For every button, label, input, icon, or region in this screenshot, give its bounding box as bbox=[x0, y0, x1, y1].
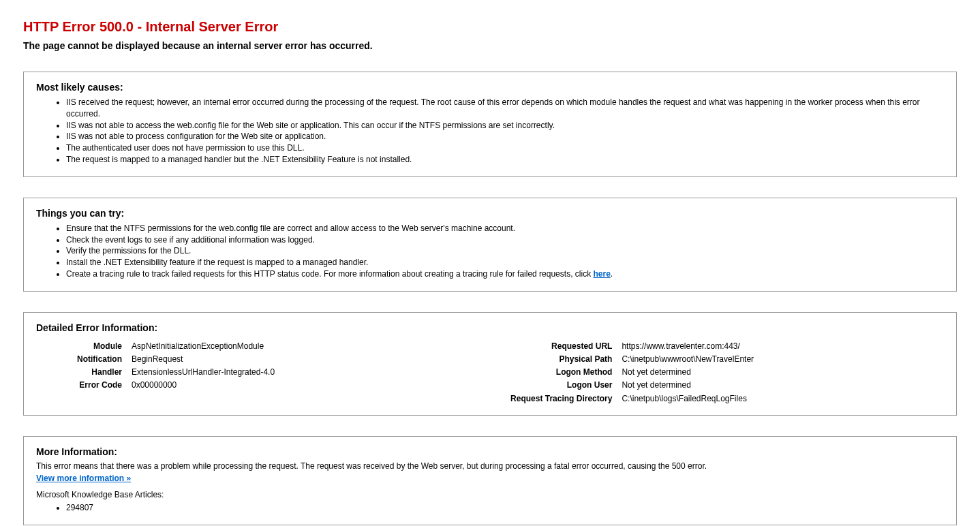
detail-row: Notification BeginRequest bbox=[36, 353, 417, 366]
tries-heading: Things you can try: bbox=[36, 208, 944, 219]
kb-list: 294807 bbox=[36, 502, 944, 514]
causes-section: Most likely causes: IIS received the req… bbox=[23, 72, 957, 177]
kb-heading: Microsoft Knowledge Base Articles: bbox=[36, 490, 944, 499]
detail-row: Requested URL https://www.travelenter.co… bbox=[417, 340, 944, 353]
list-item: The request is mapped to a managed handl… bbox=[66, 154, 944, 166]
list-item: Install the .NET Extensibility feature i… bbox=[66, 257, 944, 268]
causes-heading: Most likely causes: bbox=[36, 82, 944, 93]
moreinfo-heading: More Information: bbox=[36, 446, 944, 457]
detail-row: Handler ExtensionlessUrlHandler-Integrat… bbox=[36, 366, 417, 379]
detail-label: Notification bbox=[36, 353, 132, 366]
view-more-info-link[interactable]: View more information » bbox=[36, 474, 131, 483]
detail-value: BeginRequest bbox=[132, 353, 417, 366]
detail-label: Physical Path bbox=[417, 353, 622, 366]
detail-label: Handler bbox=[36, 366, 132, 379]
list-item: Verify the permissions for the DLL. bbox=[66, 245, 944, 257]
list-item: Ensure that the NTFS permissions for the… bbox=[66, 223, 944, 234]
error-title: HTTP Error 500.0 - Internal Server Error bbox=[23, 19, 957, 35]
error-subtitle: The page cannot be displayed because an … bbox=[23, 40, 957, 51]
detail-value: C:\inetpub\logs\FailedReqLogFiles bbox=[622, 392, 944, 405]
detail-value: ExtensionlessUrlHandler-Integrated-4.0 bbox=[132, 366, 417, 379]
list-item: Check the event logs to see if any addit… bbox=[66, 234, 944, 246]
tries-last-suffix: . bbox=[611, 269, 613, 279]
list-item: The authenticated user does not have per… bbox=[66, 142, 944, 154]
detail-label: Logon User bbox=[417, 379, 622, 392]
moreinfo-section: More Information: This error means that … bbox=[23, 436, 957, 525]
detail-value: AspNetInitializationExceptionModule bbox=[132, 340, 417, 353]
detail-value: Not yet determined bbox=[622, 366, 944, 379]
detail-label: Module bbox=[36, 340, 132, 353]
detail-value: https://www.travelenter.com:443/ bbox=[622, 340, 944, 353]
list-item: 294807 bbox=[66, 502, 944, 514]
detail-row: Module AspNetInitializationExceptionModu… bbox=[36, 340, 417, 353]
detail-label: Logon Method bbox=[417, 366, 622, 379]
detail-label: Request Tracing Directory bbox=[417, 392, 622, 405]
detail-row: Request Tracing Directory C:\inetpub\log… bbox=[417, 392, 944, 405]
tries-last-prefix: Create a tracing rule to track failed re… bbox=[66, 269, 593, 279]
detail-label: Error Code bbox=[36, 379, 132, 392]
list-item: Create a tracing rule to track failed re… bbox=[66, 268, 944, 280]
list-item: IIS received the request; however, an in… bbox=[66, 97, 944, 120]
tries-list: Ensure that the NTFS permissions for the… bbox=[36, 223, 944, 280]
details-heading: Detailed Error Information: bbox=[36, 322, 944, 333]
tries-section: Things you can try: Ensure that the NTFS… bbox=[23, 198, 957, 292]
moreinfo-text: This error means that there was a proble… bbox=[36, 461, 944, 471]
here-link[interactable]: here bbox=[593, 269, 610, 279]
detail-label: Requested URL bbox=[417, 340, 622, 353]
detail-row: Error Code 0x00000000 bbox=[36, 379, 417, 392]
list-item: IIS was not able to process configuratio… bbox=[66, 131, 944, 142]
detail-row: Physical Path C:\inetpub\wwwroot\NewTrav… bbox=[417, 353, 944, 366]
detail-row: Logon User Not yet determined bbox=[417, 379, 944, 392]
list-item: IIS was not able to access the web.confi… bbox=[66, 120, 944, 132]
detail-value: 0x00000000 bbox=[132, 379, 417, 392]
detail-value: C:\inetpub\wwwroot\NewTravelEnter bbox=[622, 353, 944, 366]
detail-value: Not yet determined bbox=[622, 379, 944, 392]
detail-row: Logon Method Not yet determined bbox=[417, 366, 944, 379]
details-section: Detailed Error Information: Module AspNe… bbox=[23, 312, 957, 416]
causes-list: IIS received the request; however, an in… bbox=[36, 97, 944, 166]
